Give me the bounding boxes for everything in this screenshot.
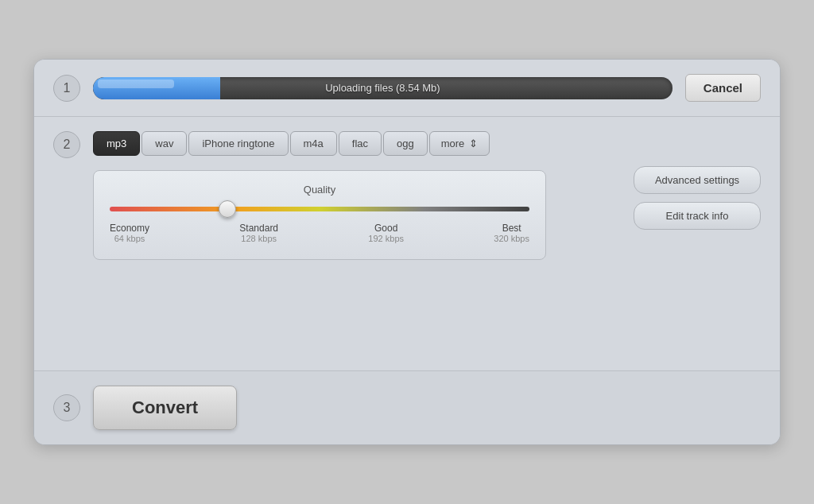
- format-tab-ogg[interactable]: ogg: [383, 131, 428, 156]
- format-tab-m4a[interactable]: m4a: [290, 131, 337, 156]
- more-arrow-icon: ⇕: [469, 138, 478, 149]
- progress-bar-fill: [93, 77, 220, 99]
- quality-section: Quality Economy 64 kbps Standard 128 kbp…: [93, 170, 546, 260]
- slider-thumb[interactable]: [219, 200, 236, 218]
- section-1: 1 Uploading files (8.54 Mb) Cancel: [34, 60, 780, 117]
- progress-bar-container: Uploading files (8.54 Mb): [93, 77, 673, 99]
- format-tab-wav[interactable]: wav: [141, 131, 187, 156]
- format-tabs: mp3 wav iPhone ringtone m4a flac ogg mor…: [93, 131, 621, 156]
- step-1-circle: 1: [53, 75, 80, 102]
- step-3-circle: 3: [53, 394, 80, 421]
- section-2-content: mp3 wav iPhone ringtone m4a flac ogg mor…: [93, 131, 621, 260]
- quality-economy: Economy 64 kbps: [110, 223, 149, 243]
- main-container: 1 Uploading files (8.54 Mb) Cancel 2 mp3…: [33, 59, 781, 445]
- convert-button[interactable]: Convert: [93, 386, 237, 430]
- quality-labels: Economy 64 kbps Standard 128 kbps Good 1…: [110, 223, 529, 243]
- format-tab-more[interactable]: more ⇕: [429, 131, 490, 156]
- section-3: 3 Convert: [34, 371, 780, 444]
- edit-track-info-button[interactable]: Edit track info: [634, 202, 761, 230]
- cancel-button[interactable]: Cancel: [685, 74, 761, 102]
- step-2-circle: 2: [53, 131, 80, 158]
- section-2-right: Advanced settings Edit track info: [634, 166, 761, 230]
- format-tab-mp3[interactable]: mp3: [93, 131, 140, 156]
- quality-good: Good 192 kbps: [368, 223, 404, 243]
- format-tab-iphone[interactable]: iPhone ringtone: [188, 131, 288, 156]
- quality-best: Best 320 kbps: [494, 223, 529, 243]
- format-tab-flac[interactable]: flac: [339, 131, 382, 156]
- quality-title: Quality: [110, 184, 529, 196]
- quality-standard: Standard 128 kbps: [239, 223, 278, 243]
- advanced-settings-button[interactable]: Advanced settings: [634, 166, 761, 194]
- section-2: 2 mp3 wav iPhone ringtone m4a flac ogg m…: [34, 117, 780, 371]
- slider-wrapper: [110, 207, 529, 211]
- slider-track: [110, 207, 529, 211]
